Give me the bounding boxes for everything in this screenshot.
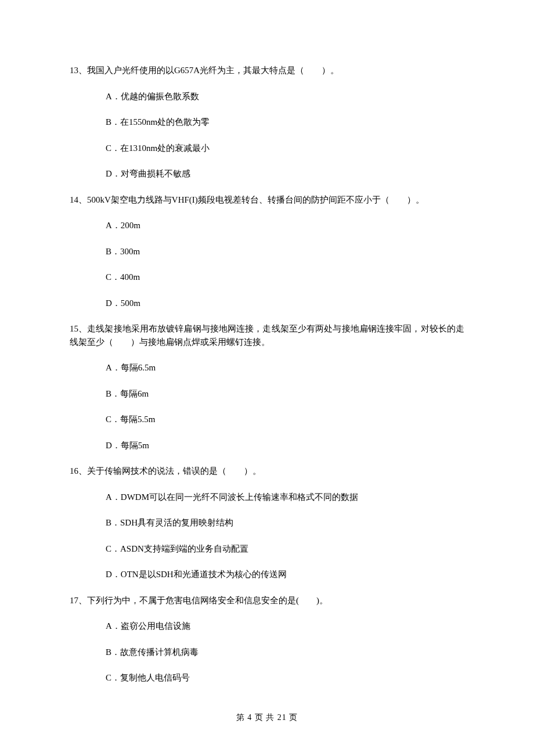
option-c: C．400m [70,271,464,284]
option-d: D．对弯曲损耗不敏感 [70,167,464,181]
option-b: B．300m [70,245,464,258]
option-d: D．500m [70,297,464,310]
option-a: A．200m [70,219,464,232]
option-a: A．盗窃公用电信设施 [70,620,464,633]
question-13: 13、我国入户光纤使用的以G657A光纤为主，其最大特点是（ ）。 A．优越的偏… [70,64,464,181]
option-d: D．OTN是以SDH和光通道技术为核心的传送网 [70,568,464,581]
option-a: A．每隔6.5m [70,361,464,375]
option-d: D．每隔5m [70,439,464,452]
page: 13、我国入户光纤使用的以G657A光纤为主，其最大特点是（ ）。 A．优越的偏… [0,0,534,756]
question-16: 16、关于传输网技术的说法，错误的是（ ）。 A．DWDM可以在同一光纤不同波长… [70,465,464,581]
option-b: B．在1550nm处的色散为零 [70,116,464,129]
option-b: B．每隔6m [70,387,464,401]
question-stem: 13、我国入户光纤使用的以G657A光纤为主，其最大特点是（ ）。 [70,64,464,77]
question-stem: 16、关于传输网技术的说法，错误的是（ ）。 [70,465,464,478]
option-c: C．复制他人电信码号 [70,671,464,685]
page-footer: 第 4 页 共 21 页 [0,711,534,723]
question-stem: 17、下列行为中，不属于危害电信网络安全和信息安全的是( )。 [70,594,464,607]
option-a: A．DWDM可以在同一光纤不同波长上传输速率和格式不同的数据 [70,491,464,504]
question-stem: 15、走线架接地采用布放镀锌扁钢与接地网连接，走线架至少有两处与接地扁钢连接牢固… [70,322,464,348]
option-c: C．ASDN支持端到端的业务自动配置 [70,542,464,556]
question-15: 15、走线架接地采用布放镀锌扁钢与接地网连接，走线架至少有两处与接地扁钢连接牢固… [70,322,464,452]
option-a: A．优越的偏振色散系数 [70,90,464,103]
option-c: C．每隔5.5m [70,413,464,426]
question-14: 14、500kV架空电力线路与VHF(I)频段电视差转台、转播台间的防护间距不应… [70,193,464,310]
option-b: B．故意传播计算机病毒 [70,646,464,659]
question-17: 17、下列行为中，不属于危害电信网络安全和信息安全的是( )。 A．盗窃公用电信… [70,594,464,685]
question-stem: 14、500kV架空电力线路与VHF(I)频段电视差转台、转播台间的防护间距不应… [70,193,464,207]
option-c: C．在1310nm处的衰减最小 [70,142,464,155]
option-b: B．SDH具有灵活的复用映射结构 [70,516,464,530]
